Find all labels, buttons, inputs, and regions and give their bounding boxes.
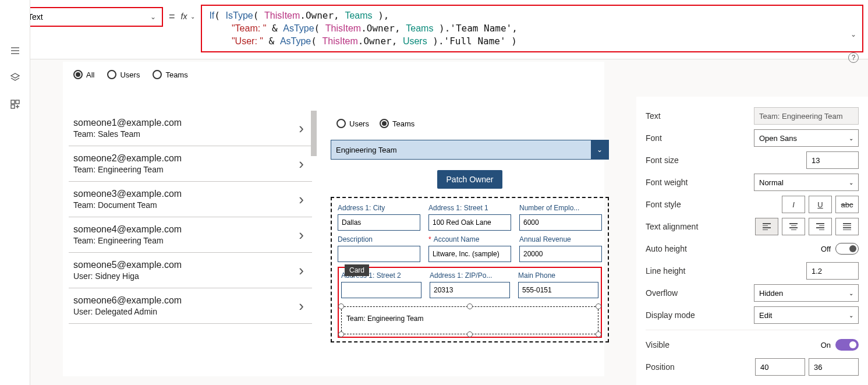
svg-rect-6 xyxy=(11,105,15,108)
prop-fontsize-input[interactable] xyxy=(806,151,859,169)
selected-text-control[interactable]: Team: Engineering Team xyxy=(341,306,598,334)
prop-displaymode-label: Display mode xyxy=(646,310,695,320)
prop-font-select[interactable]: Open Sans⌄ xyxy=(754,129,859,147)
left-rail xyxy=(0,0,30,385)
radio-all[interactable]: All xyxy=(73,70,94,79)
prop-fontstyle-label: Font style xyxy=(646,200,681,209)
list-item[interactable]: someone6@example.comUser: Delegated Admi… xyxy=(69,288,312,324)
italic-button[interactable]: I xyxy=(782,196,805,213)
properties-panel: Text FontOpen Sans⌄ Font size Font weigh… xyxy=(636,97,868,385)
layers-icon[interactable] xyxy=(10,72,20,85)
prop-text-value[interactable] xyxy=(754,107,859,125)
input-street1[interactable] xyxy=(428,214,511,231)
chevron-right-icon: › xyxy=(299,226,304,244)
fontstyle-buttons: I U abc xyxy=(782,196,859,213)
radio-teams[interactable]: Teams xyxy=(153,70,187,79)
field-street1: Address 1: Street 1 xyxy=(428,204,511,231)
filter-radio-group: All Users Teams xyxy=(63,62,188,87)
prop-fontweight-label: Font weight xyxy=(646,178,688,187)
help-icon[interactable]: ? xyxy=(848,52,859,63)
formula-bar: Text ⌄ = fx ⌄ If( IsType( ThisItem.Owner… xyxy=(0,0,868,59)
insert-icon[interactable] xyxy=(10,99,20,112)
selected-card[interactable]: Card Address 1: Street 2 Address 1: ZIP/… xyxy=(338,267,602,338)
chevron-right-icon: › xyxy=(299,262,304,280)
chevron-down-icon: ⌄ xyxy=(190,13,195,20)
align-left-button[interactable] xyxy=(755,218,778,235)
form-card-container: Address 1: City Address 1: Street 1 Numb… xyxy=(331,197,609,342)
strike-button[interactable]: abc xyxy=(835,196,859,213)
chevron-down-icon: ⌄ xyxy=(849,290,853,296)
field-desc: Description xyxy=(338,235,420,262)
canvas: All Users Teams someone1@example.comTeam… xyxy=(63,62,604,376)
owner-type-radio: Users Teams xyxy=(331,111,609,136)
prop-lineheight-input[interactable] xyxy=(806,262,859,280)
team-dropdown-value: Engineering Team xyxy=(331,140,591,159)
prop-position-x[interactable] xyxy=(755,358,805,376)
align-center-button[interactable] xyxy=(782,218,805,235)
radio-owner-teams[interactable]: Teams xyxy=(380,119,414,128)
form-pane: Users Teams Engineering Team ⌄ Patch Own… xyxy=(331,111,609,342)
field-phone: Main Phone xyxy=(518,271,598,298)
field-employees: Number of Emplo... xyxy=(519,204,602,231)
fx-button[interactable]: fx ⌄ xyxy=(181,5,196,24)
equals-label: = xyxy=(163,5,181,23)
visible-toggle[interactable] xyxy=(835,339,859,351)
input-revenue[interactable] xyxy=(519,246,602,262)
svg-rect-4 xyxy=(11,100,15,104)
input-zip[interactable] xyxy=(430,282,510,298)
align-right-button[interactable] xyxy=(809,218,832,235)
input-desc[interactable] xyxy=(338,246,420,262)
align-buttons xyxy=(755,218,859,235)
underline-button[interactable]: U xyxy=(809,196,832,213)
prop-overflow-select[interactable]: Hidden⌄ xyxy=(754,284,859,302)
card-tooltip: Card xyxy=(345,264,369,276)
list-item[interactable]: someone5@example.comUser: Sidney Higa› xyxy=(69,253,312,288)
list-item[interactable]: someone4@example.comTeam: Engineering Te… xyxy=(69,217,312,253)
prop-position-label: Position xyxy=(646,362,675,372)
input-city[interactable] xyxy=(338,214,420,231)
formula-input[interactable]: If( IsType( ThisItem.Owner, Teams ), "Te… xyxy=(201,5,863,52)
radio-users[interactable]: Users xyxy=(107,70,140,79)
fx-label: fx xyxy=(181,12,187,21)
field-zip: Address 1: ZIP/Po... xyxy=(430,271,510,298)
property-selector[interactable]: Text ⌄ xyxy=(21,7,163,27)
svg-rect-5 xyxy=(16,100,19,104)
prop-font-label: Font xyxy=(646,133,662,143)
prop-fontsize-label: Font size xyxy=(646,156,679,165)
svg-marker-3 xyxy=(11,73,19,78)
chevron-down-icon: ⌄ xyxy=(150,13,156,21)
input-street2[interactable] xyxy=(341,282,421,298)
chevron-right-icon: › xyxy=(299,119,304,137)
prop-displaymode-select[interactable]: Edit⌄ xyxy=(754,306,859,324)
list-item[interactable]: someone3@example.comTeam: Document Team› xyxy=(69,182,312,217)
list-item[interactable]: someone1@example.comTeam: Sales Team› xyxy=(69,111,312,146)
prop-overflow-label: Overflow xyxy=(646,288,678,298)
align-justify-button[interactable] xyxy=(835,218,859,235)
chevron-down-icon: ⌄ xyxy=(849,312,853,319)
prop-autoheight-label: Auto height xyxy=(646,244,687,253)
team-dropdown[interactable]: Engineering Team ⌄ xyxy=(331,140,609,160)
prop-position-y[interactable] xyxy=(809,358,859,376)
prop-fontweight-select[interactable]: Normal⌄ xyxy=(754,174,859,191)
chevron-down-icon: ⌄ xyxy=(849,135,853,142)
autoheight-toggle[interactable] xyxy=(835,243,859,255)
field-city: Address 1: City xyxy=(338,204,420,231)
radio-owner-users[interactable]: Users xyxy=(336,119,369,128)
input-phone[interactable] xyxy=(518,282,598,298)
contacts-list: someone1@example.comTeam: Sales Team› so… xyxy=(69,111,312,324)
prop-lineheight-label: Line height xyxy=(646,266,686,275)
input-employees[interactable] xyxy=(519,214,602,231)
field-revenue: Annual Revenue xyxy=(519,235,602,262)
chevron-right-icon: › xyxy=(299,155,304,173)
hamburger-icon[interactable] xyxy=(10,45,20,58)
prop-visible-label: Visible xyxy=(646,340,669,349)
chevron-right-icon: › xyxy=(299,297,304,315)
chevron-right-icon: › xyxy=(299,190,304,209)
selected-text-value: Team: Engineering Team xyxy=(346,315,424,323)
list-item[interactable]: someone2@example.comTeam: Engineering Te… xyxy=(69,146,312,182)
prop-align-label: Text alignment xyxy=(646,222,698,231)
patch-owner-button[interactable]: Patch Owner xyxy=(437,170,503,189)
chevron-down-icon: ⌄ xyxy=(849,179,853,186)
chevron-down-icon[interactable]: ⌄ xyxy=(851,28,856,41)
input-account[interactable] xyxy=(428,246,511,262)
